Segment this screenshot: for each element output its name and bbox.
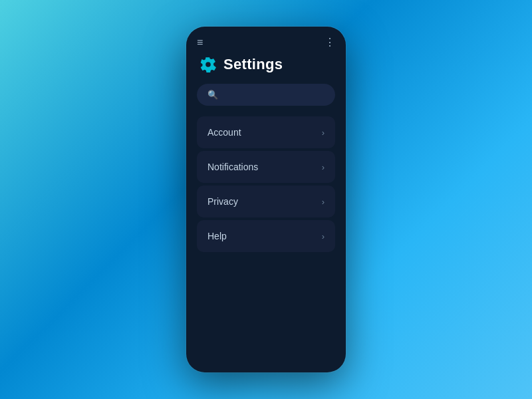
search-input[interactable] [223, 90, 325, 100]
menu-item-notifications[interactable]: Notifications› [197, 151, 335, 183]
search-icon: 🔍 [207, 90, 218, 100]
menu-item-label-help: Help [207, 231, 227, 241]
hamburger-icon[interactable]: ≡ [197, 37, 203, 48]
phone-frame: ≡ ⋮ Settings 🔍 Account›Notifications›Pri… [186, 27, 346, 372]
menu-item-label-privacy: Privacy [207, 196, 238, 207]
search-container: 🔍 [186, 84, 346, 116]
title-row: Settings [186, 51, 346, 84]
chevron-icon-account: › [322, 128, 325, 138]
menu-item-help[interactable]: Help› [197, 220, 335, 252]
search-bar[interactable]: 🔍 [197, 84, 335, 106]
menu-item-account[interactable]: Account› [197, 116, 335, 148]
chevron-icon-notifications: › [322, 162, 325, 172]
top-bar: ≡ ⋮ [186, 27, 346, 51]
menu-list: Account›Notifications›Privacy›Help› [186, 116, 346, 252]
menu-item-privacy[interactable]: Privacy› [197, 186, 335, 217]
more-icon[interactable]: ⋮ [325, 37, 335, 48]
chevron-icon-privacy: › [322, 197, 325, 207]
chevron-icon-help: › [322, 231, 325, 241]
menu-item-label-account: Account [207, 127, 241, 138]
page-title: Settings [223, 56, 283, 73]
menu-item-label-notifications: Notifications [207, 162, 258, 172]
gear-icon [200, 56, 217, 73]
